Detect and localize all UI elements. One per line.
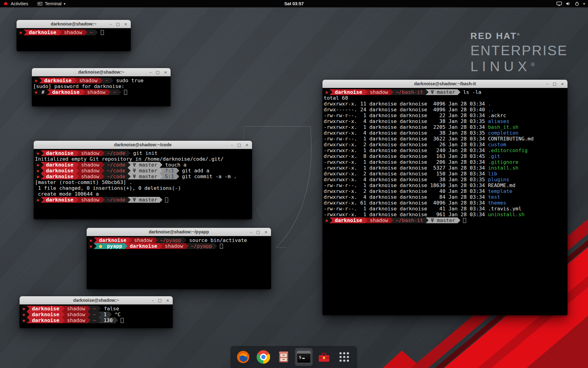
top-bar: Activities >_ Terminal ▾ Sat 03:57 ▾ — [0, 0, 588, 7]
minimize-button[interactable]: – — [231, 143, 233, 147]
window-titlebar[interactable]: darknoise@shadow:~/bash-it – □ × — [322, 80, 567, 88]
activities-button[interactable]: Activities — [3, 0, 28, 7]
close-button[interactable]: × — [264, 230, 268, 234]
ls-filename: .ackrc — [488, 113, 506, 118]
ls-columns: -rwxrwxr-x. 1 darknoise darknoise 5327 J… — [324, 165, 488, 171]
window-titlebar[interactable]: darknoise@shadow:~ – □ × — [32, 68, 171, 76]
dock-files-icon[interactable] — [276, 350, 291, 364]
close-button[interactable]: × — [166, 298, 169, 302]
prompt-line: ●darknoiseshadow~/pyappsource bin/activa… — [88, 237, 271, 243]
powerline-separator-icon — [98, 306, 101, 312]
terminal-window-sudo[interactable]: darknoise@shadow:~ – □ × ●darknoiseshado… — [32, 68, 171, 106]
minimize-button[interactable]: – — [546, 82, 548, 86]
terminal-window-bash-it[interactable]: darknoise@shadow:~/bash-it – □ × ●darkno… — [322, 80, 567, 315]
maximize-button[interactable]: □ — [256, 230, 260, 234]
terminal-window-pyapp[interactable]: darknoise@shadow:~/pyapp – □ × ●darknois… — [87, 228, 271, 289]
redhat-fedora-icon — [3, 2, 9, 6]
output-text: create mode 100644 a — [35, 191, 99, 197]
terminal-line: Initialized empty Git repository in /hom… — [35, 156, 252, 162]
dock-chrome-icon[interactable] — [256, 350, 271, 364]
rhel-logo-linux: LINUX® — [470, 59, 568, 75]
app-menu-terminal[interactable]: >_ Terminal ▾ — [37, 0, 65, 7]
prompt-seg-hat: ● — [21, 317, 27, 323]
terminal-window-home-2[interactable]: darknoise@shadow:~ – □ × ●darknoiseshado… — [20, 296, 173, 328]
dock-firefox-icon[interactable] — [236, 350, 251, 364]
ls-filename: .git — [488, 153, 500, 159]
prompt-seg-hat: ● — [35, 150, 41, 156]
prompt-seg-hat: ● — [35, 174, 41, 179]
minimize-button[interactable]: – — [149, 70, 152, 74]
terminal-cursor — [220, 244, 223, 249]
terminal-content[interactable]: ●darknoiseshadow~/codegit initInitialize… — [34, 149, 252, 219]
terminal-content[interactable]: ●darknoiseshadow~ — [17, 28, 131, 51]
close-button[interactable]: × — [245, 143, 249, 147]
window-titlebar[interactable]: darknoise@shadow:~/code – □ × — [34, 141, 252, 149]
ls-filename: aliases — [488, 118, 509, 124]
ls-columns: -rw-rw-r--. 1 darknoise darknoise 22 Jan… — [324, 113, 488, 118]
ls-filename: CONTRIBUTING.md — [488, 136, 533, 142]
close-button[interactable]: × — [164, 70, 167, 74]
ls-filename: completion — [488, 130, 518, 136]
terminal-line: -rw-rw-r--. 1 darknoise darknoise 22 Jan… — [324, 113, 567, 118]
minimize-button[interactable]: – — [250, 230, 252, 234]
volume-icon — [566, 2, 571, 6]
powerline-separator-icon — [85, 29, 87, 35]
command-text: git init — [130, 150, 157, 156]
maximize-button[interactable]: □ — [553, 82, 556, 86]
prompt-seg-venv_icon: ● — [96, 243, 104, 249]
powerline-separator-icon — [365, 89, 368, 95]
maximize-button[interactable]: □ — [237, 143, 241, 147]
chrome-icon — [257, 350, 270, 364]
powerline-separator-icon — [186, 243, 188, 249]
powerline-separator-icon — [47, 89, 50, 95]
maximize-button[interactable]: □ — [116, 22, 120, 26]
window-titlebar[interactable]: darknoise@shadow:~ – □ × — [20, 296, 173, 305]
prompt-line: ●darknoiseshadow~1^C — [21, 312, 173, 317]
terminal-content[interactable]: ●darknoiseshadow~/pyappsource bin/activa… — [87, 236, 271, 289]
clock[interactable]: Sat 03:57 — [284, 1, 304, 6]
maximize-button[interactable]: □ — [156, 70, 160, 74]
dock-toolbox-icon[interactable] — [317, 350, 331, 364]
powerline-separator-icon — [74, 78, 77, 83]
prompt-seg-host: shadow — [79, 150, 102, 156]
ls-filename: install.sh — [488, 165, 518, 171]
close-button[interactable]: × — [124, 22, 127, 26]
window-titlebar[interactable]: darknoise@shadow:~/pyapp – □ × — [87, 228, 271, 236]
prompt-line: ●●pyappdarknoiseshadow~/pyapp — [88, 243, 271, 249]
prompt-line: ●#darknoiseshadow~ — [33, 89, 171, 95]
powerline-separator-icon — [119, 89, 121, 95]
ls-filename: .editorconfig — [488, 148, 527, 153]
powerline-separator-icon — [102, 168, 104, 174]
dock-terminal-icon[interactable]: $ — [296, 350, 311, 364]
terminal-content[interactable]: ●darknoiseshadow~false●darknoiseshadow~1… — [20, 305, 173, 328]
terminal-content[interactable]: ●darknoiseshadow~sudo true[sudo] passwor… — [32, 76, 171, 106]
ls-filename: .. — [488, 107, 494, 113]
terminal-cursor — [124, 90, 127, 95]
ls-columns: drwxrwxr-x. 4 darknoise darknoise 38 Jan… — [324, 130, 488, 136]
command-text: git add a — [179, 168, 209, 174]
system-status-area[interactable]: ▾ — [556, 0, 585, 7]
powerline-separator-icon — [160, 162, 162, 168]
terminal-window-home-1[interactable]: darknoise@shadow:~ – □ × ●darknoiseshado… — [17, 20, 131, 51]
prompt-seg-path: ~/code — [104, 162, 128, 168]
prompt-seg-user: darknoise — [50, 89, 82, 95]
prompt-line: ●darknoiseshadow~sudo true — [33, 78, 171, 83]
powerline-separator-icon — [41, 168, 43, 174]
terminal-window-code[interactable]: darknoise@shadow:~/code – □ × ●darknoise… — [34, 141, 252, 219]
powerline-separator-icon — [128, 174, 130, 179]
maximize-button[interactable]: □ — [158, 298, 162, 302]
close-button[interactable]: × — [561, 82, 564, 86]
terminal-line: drwxrwxr-x. 4 darknoise darknoise 84 Jan… — [324, 194, 567, 200]
powerline-separator-icon — [88, 306, 90, 312]
ls-filename: .travis.yml — [488, 206, 521, 212]
terminal-line: drwx------. 24 darknoise darknoise 4096 … — [324, 107, 567, 113]
window-titlebar[interactable]: darknoise@shadow:~ – □ × — [17, 20, 131, 28]
powerline-separator-icon — [76, 162, 79, 168]
output-text: [sudo] password for darknoise: — [33, 83, 124, 89]
dock-app-grid-icon[interactable] — [337, 350, 352, 364]
terminal-content[interactable]: ●darknoiseshadow~/bash-itΨ masterls -lat… — [322, 88, 567, 315]
minimize-button[interactable]: – — [110, 22, 112, 26]
prompt-seg-host: shadow — [65, 312, 88, 317]
minimize-button[interactable]: – — [152, 298, 154, 302]
chevron-down-icon: ▾ — [583, 2, 585, 6]
